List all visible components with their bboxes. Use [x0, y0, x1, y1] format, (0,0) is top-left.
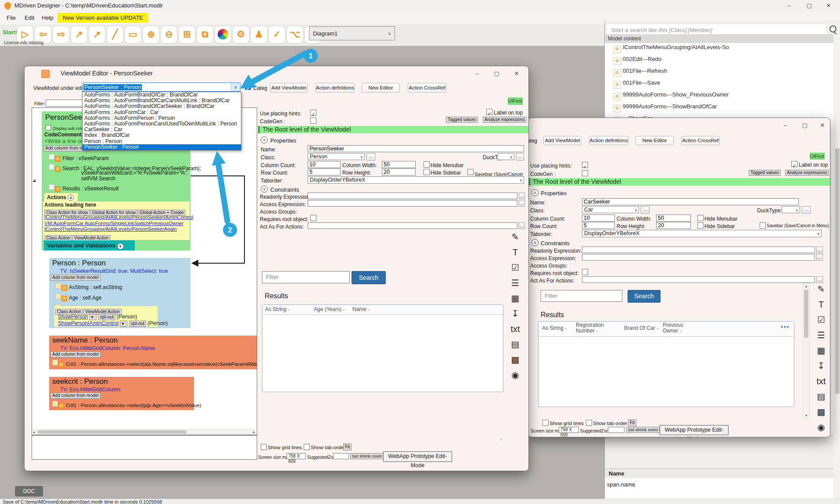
dialog2-properties-collapse-icon[interactable]: ∧ [531, 189, 538, 196]
dialog2-screen-size-value[interactable]: 758 X 600 [559, 427, 579, 433]
label-on-top-checkbox[interactable] [486, 109, 492, 115]
dialog2-show-grid-checkbox[interactable] [542, 420, 549, 426]
autoform-window-icon[interactable]: ⊞ [179, 26, 195, 43]
col-width-field[interactable] [382, 161, 416, 168]
access-expr-field[interactable] [308, 200, 517, 207]
column-header[interactable]: Name [352, 307, 379, 313]
dialog2-show-tab-checkbox[interactable] [586, 420, 592, 426]
dropdown-item[interactable]: AutoForms : AutoFormBrandOfCarSeeker : B… [83, 104, 241, 109]
person-grid-panel[interactable]: Person : Person TV: IsSeekerResultGrid: … [49, 258, 190, 328]
model-list-item[interactable]: ⚙001File---Save [614, 79, 840, 88]
dialog2-row-height-field[interactable] [656, 222, 691, 229]
dialog2-new-editor-button[interactable]: New Editor [635, 136, 674, 145]
zoom-field[interactable] [333, 453, 349, 459]
hscroll-right-icon[interactable]: › [500, 436, 502, 442]
image-column-icon[interactable]: ◉ [815, 421, 828, 434]
dialog2-use-placing-checkbox[interactable] [582, 162, 588, 168]
column-header[interactable]: Registration Number [576, 322, 610, 334]
column-header[interactable]: As String [542, 325, 569, 332]
doc-tab[interactable]: DOC [15, 486, 43, 497]
dialog2-uifirst-badge[interactable]: UIFirst [810, 153, 825, 160]
add-column-button[interactable]: Add column from model [50, 351, 101, 357]
row-height-field[interactable] [382, 168, 416, 175]
nav-forward-icon[interactable]: ⇨ [53, 26, 69, 43]
run-window-icon[interactable]: ⧉ [197, 26, 213, 43]
access-expr-picker[interactable]: ... [519, 200, 525, 207]
action-crossref-button[interactable]: Action CrossRef [408, 83, 446, 93]
action-option-button[interactable]: ▾ [89, 314, 97, 320]
dialog2-act-as-picker[interactable]: ... [816, 276, 823, 283]
scroll-down-icon[interactable]: ▾ [803, 413, 809, 418]
fit-button[interactable]: Fit [343, 443, 352, 450]
zoom-in-icon[interactable]: ⊕ [143, 26, 159, 43]
proto-filter-input[interactable]: Filter [262, 271, 350, 283]
dialog2-label-on-top-checkbox[interactable] [791, 161, 797, 167]
dialog1-close-button[interactable]: ✕ [508, 68, 525, 79]
name-field[interactable] [308, 145, 524, 152]
opt-out-button[interactable]: opt-out [98, 314, 115, 320]
ducktype-picker-button[interactable]: ... [516, 153, 524, 161]
col-count-field[interactable] [308, 161, 341, 168]
add-column-button[interactable]: Add column from model [50, 275, 101, 281]
dialog2-analyze-button[interactable]: Analyze expressions [785, 170, 829, 176]
textbox-icon[interactable]: txt [509, 323, 522, 336]
action-link[interactable]: VM:AutoFormCar AutoForms/SingleLinkSwitc… [44, 221, 193, 227]
model-panel-scrollbar[interactable] [834, 34, 840, 499]
readonly-field[interactable] [308, 193, 517, 199]
vm-under-edit-combo[interactable]: PersonSeeker : Person ∨ [82, 82, 241, 92]
dialog2-minimize-button[interactable]: – [776, 120, 794, 131]
ducktype-combo[interactable] [498, 153, 514, 160]
scrollbar-thumb[interactable] [37, 430, 187, 434]
dialog2-col-count-field[interactable] [582, 214, 615, 222]
dialog2-class-combo[interactable]: Car [582, 206, 639, 213]
dialog2-ducktype-combo[interactable] [782, 206, 800, 213]
act-as-picker[interactable]: ... [519, 222, 525, 229]
filter-column-row[interactable]: A Filter : vSeekParam [49, 154, 109, 162]
scroll-left-icon[interactable]: ◂ [33, 430, 35, 434]
dashed-line-icon[interactable]: ╱ [107, 26, 123, 43]
properties-collapse-icon[interactable]: ∧ [261, 136, 268, 143]
dialog2-access-expr-field[interactable] [582, 254, 815, 261]
dialog2-access-expr-picker[interactable]: ... [816, 254, 823, 261]
model-list-item[interactable]: ⚙001File---Refresh [614, 68, 840, 76]
dropdown-item[interactable]: AutoForms : AutoFormPersonCarsIUsedToOwn… [83, 121, 241, 127]
codegen-checkbox[interactable] [310, 118, 316, 124]
dialog2-proto-search-button[interactable]: Search [628, 290, 661, 303]
dialog2-codegen-checkbox[interactable] [582, 170, 588, 176]
drop-target-icon[interactable]: ↧ [509, 307, 522, 321]
component-icon[interactable]: ▩ [815, 406, 828, 419]
maximize-button[interactable]: ▢ [801, 0, 818, 11]
dialog1-maximize-button[interactable]: ▢ [488, 68, 506, 79]
dialog2-scrollbar[interactable]: ▴ ▾ [803, 283, 810, 418]
action-link[interactable]: ShowPersonIAmInControl [58, 320, 118, 326]
class-combo[interactable]: Person [308, 153, 365, 160]
results-column-row[interactable]: ↗ Results : vSeekerResult [49, 184, 118, 192]
crit-row[interactable]: A Crit1 : Person.allinstances->select(p|… [52, 401, 201, 409]
column-header[interactable]: Previous Owner [663, 322, 690, 334]
use-placing-checkbox[interactable] [310, 110, 316, 116]
dropdown-item[interactable]: PersonSeeker : Person [83, 144, 241, 150]
update-banner[interactable]: New Version available UPDATE [57, 13, 148, 23]
text-style-icon[interactable]: T [509, 246, 522, 259]
proto-search-button[interactable]: Search [352, 271, 386, 284]
menu-file[interactable]: File [7, 14, 16, 21]
show-tab-checkbox[interactable] [304, 444, 310, 450]
dropdown-item[interactable]: AutoForms : AutoFormPerson : Person [83, 115, 241, 121]
tagged-values-button[interactable]: Tagged values [446, 117, 478, 123]
scrollbar-thumb[interactable] [804, 290, 808, 338]
code-comment-placeholder[interactable]: <Write a line on [44, 138, 84, 144]
seekname-panel[interactable]: seekName : Person TV: Eco.HiliteGridColu… [49, 336, 257, 369]
class-picker-button[interactable]: ... [366, 153, 375, 161]
dialog2-col-width-field[interactable] [656, 214, 691, 222]
action-link[interactable]: IControlTheMenuGrouping/AtAllLevels/Pers… [44, 226, 193, 232]
categ-checkbox[interactable] [245, 84, 251, 90]
row-count-field[interactable] [308, 168, 341, 175]
dialog2-readonly-picker[interactable]: ... [816, 247, 823, 253]
hide-sidebar-checkbox[interactable] [424, 169, 430, 175]
webapp-button[interactable]: WebApp Prototype Edit-Mode [383, 451, 452, 462]
column-row[interactable]: A AsString : self.asString [55, 283, 122, 291]
show-grid-checkbox[interactable] [261, 444, 267, 450]
dialog2-act-as-field[interactable] [582, 276, 815, 283]
dialog2-taborder-combo[interactable]: DisplayOrderYBeforeX [582, 230, 822, 237]
diagram-selector[interactable]: Diagram1 ∨ [309, 26, 395, 40]
